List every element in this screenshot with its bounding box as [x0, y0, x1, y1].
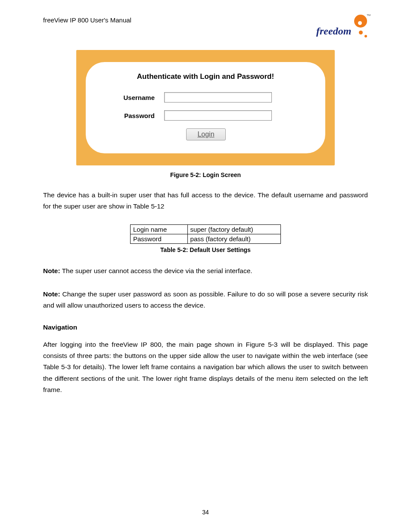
page-number: 34: [0, 509, 411, 516]
figure-caption: Figure 5-2: Login Screen: [43, 171, 368, 178]
logo-text: freedom: [316, 25, 351, 37]
username-input[interactable]: [164, 92, 272, 103]
trademark-icon: TM: [367, 14, 371, 16]
logo-dot-icon: [364, 35, 367, 37]
body-paragraph: After logging into the freeView IP 800, …: [43, 339, 368, 396]
table-row: Password pass (factory default): [131, 234, 281, 243]
login-heading: Authenticate with Login and Password!: [99, 72, 312, 81]
document-header: freeView IP 800 User's Manual freedom TM: [43, 14, 368, 40]
username-row: Username: [99, 92, 312, 103]
table-cell-value: pass (factory default): [187, 234, 280, 243]
default-credentials-table: Login name super (factory default) Passw…: [130, 224, 281, 244]
table-cell-value: super (factory default): [187, 224, 280, 234]
manual-title: freeView IP 800 User's Manual: [43, 14, 131, 24]
section-heading-navigation: Navigation: [43, 324, 368, 331]
table-cell-key: Password: [131, 234, 188, 243]
note-text: Change the super user password as soon a…: [43, 290, 368, 309]
table-row: Login name super (factory default): [131, 224, 281, 234]
note-label: Note:: [43, 290, 60, 298]
login-screen-figure: Authenticate with Login and Password! Us…: [76, 50, 335, 165]
password-input[interactable]: [164, 110, 272, 121]
password-row: Password: [99, 110, 312, 121]
login-button[interactable]: Login: [186, 128, 226, 140]
logo-dot-icon: [359, 31, 363, 34]
body-paragraph: The device has a built-in super user tha…: [43, 190, 368, 212]
login-button-row: Login: [99, 128, 312, 140]
logo-nine-icon: [354, 15, 367, 28]
note-label: Note:: [43, 267, 60, 274]
note-paragraph: Note: The super user cannot access the d…: [43, 265, 368, 277]
table-cell-key: Login name: [131, 224, 188, 234]
brand-logo: freedom TM: [316, 14, 368, 40]
table-caption: Table 5-2: Default User Settings: [43, 246, 368, 253]
note-paragraph: Note: Change the super user password as …: [43, 289, 368, 311]
note-text: The super user cannot access the device …: [60, 267, 252, 274]
password-label: Password: [99, 112, 155, 119]
username-label: Username: [99, 94, 155, 101]
login-card: Authenticate with Login and Password! Us…: [86, 62, 325, 153]
